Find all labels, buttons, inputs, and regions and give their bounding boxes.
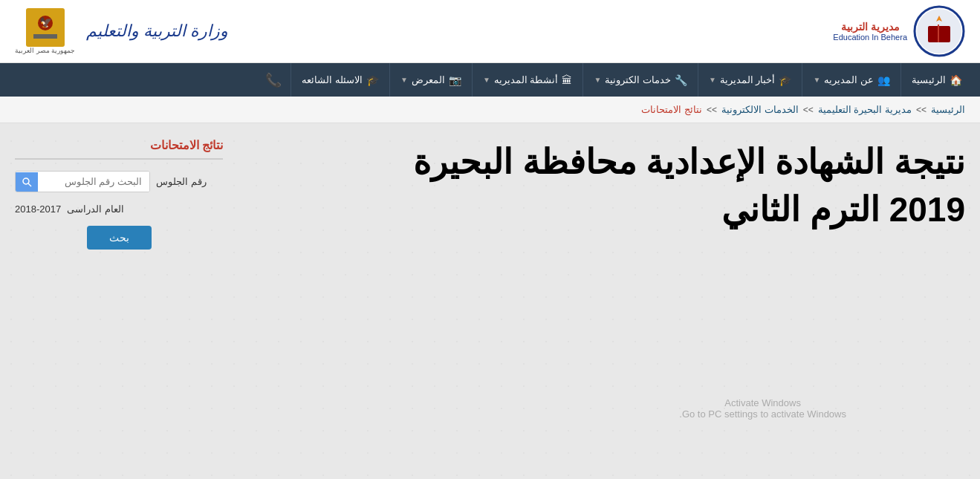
activities-icon: 🏛 xyxy=(562,74,572,86)
breadcrumb-sep-2: >> xyxy=(803,105,814,115)
seat-number-group: رقم الجلوس xyxy=(15,171,223,192)
seat-number-input[interactable] xyxy=(38,172,149,192)
breadcrumb-sep-3: >> xyxy=(707,105,717,115)
logo-english-name: Education In Behera xyxy=(833,33,907,42)
nav-phone[interactable]: 📞 xyxy=(256,63,291,97)
seat-number-input-wrapper xyxy=(15,171,150,192)
gallery-arrow: ▼ xyxy=(400,76,408,84)
logo-arabic-name: مديرية التربية xyxy=(833,21,907,33)
nav-home-label: الرئيسية xyxy=(912,74,946,85)
breadcrumb-directorate[interactable]: مديرية البحيرة التعليمية xyxy=(818,104,912,115)
nav-activities-label: أنشطة المديريه xyxy=(494,74,559,85)
nav-item-news[interactable]: 🎓 أخبار المديرية ▼ xyxy=(698,63,802,97)
breadcrumb-active: نتائج الامتحانات xyxy=(641,104,702,115)
nav-item-gallery[interactable]: 📷 المعرض ▼ xyxy=(389,63,472,97)
home-icon: 🏠 xyxy=(950,74,962,86)
activities-arrow: ▼ xyxy=(483,76,490,84)
sidebar: نتائج الامتحانات رقم الجلوس العام الدراس… xyxy=(15,138,223,450)
navigation: 🏠 الرئيسية 👥 عن المديريه ▼ 🎓 أخبار المدي… xyxy=(0,63,980,97)
logo-container xyxy=(913,5,965,57)
academic-year-value: 2018-2017 xyxy=(15,203,61,215)
svg-line-11 xyxy=(28,183,31,186)
nav-item-about[interactable]: 👥 عن المديريه ▼ xyxy=(802,63,901,97)
nav-item-home[interactable]: 🏠 الرئيسية xyxy=(901,63,973,97)
nav-item-services[interactable]: 🔧 خدمات الكترونية ▼ xyxy=(583,63,698,97)
sidebar-section-title: نتائج الامتحانات xyxy=(15,138,223,160)
svg-rect-3 xyxy=(938,25,939,42)
svg-rect-8 xyxy=(33,34,57,39)
faq-icon: 🎓 xyxy=(366,74,379,86)
seat-number-icon-button[interactable] xyxy=(16,172,38,192)
academic-year-label: العام الدراسى xyxy=(67,203,124,215)
breadcrumb-eservices[interactable]: الخدمات الالكترونية xyxy=(721,104,799,115)
news-icon: 🎓 xyxy=(779,74,791,86)
page-title-line1: نتيجة الشهادة الإعدادية محافظة البحيرة xyxy=(238,138,965,186)
search-icon xyxy=(22,177,32,187)
header-left: مديرية التربية Education In Behera xyxy=(833,5,965,57)
seat-number-label: رقم الجلوس xyxy=(156,176,207,187)
svg-point-10 xyxy=(23,178,29,184)
svg-text:🦅: 🦅 xyxy=(39,16,52,29)
gallery-icon: 📷 xyxy=(449,74,461,86)
nav-gallery-label: المعرض xyxy=(412,74,445,85)
academic-year-row: العام الدراسى 2018-2017 xyxy=(15,203,223,215)
about-arrow: ▼ xyxy=(813,76,820,84)
search-button[interactable]: بحث xyxy=(87,226,152,250)
nav-faq-label: الاسئله الشائعه xyxy=(302,74,363,85)
news-arrow: ▼ xyxy=(709,76,716,84)
breadcrumb-home[interactable]: الرئيسية xyxy=(931,104,965,115)
egypt-label: جمهورية مصر العربية xyxy=(15,47,75,54)
nav-item-activities[interactable]: 🏛 أنشطة المديريه ▼ xyxy=(472,63,583,97)
services-icon: 🔧 xyxy=(675,74,687,86)
page-title-line2: 2019 الترم الثاني xyxy=(238,186,965,233)
header: مديرية التربية Education In Behera وزارة… xyxy=(0,0,980,63)
nav-news-label: أخبار المديرية xyxy=(720,74,776,85)
logo-text: مديرية التربية Education In Behera xyxy=(833,21,907,42)
nav-item-faq[interactable]: 🎓 الاسئله الشائعه xyxy=(291,63,389,97)
content-left: نتيجة الشهادة الإعدادية محافظة البحيرة 2… xyxy=(238,138,965,450)
nav-about-label: عن المديريه xyxy=(824,74,874,85)
ministry-logo: وزارة التربية والتعليم xyxy=(86,22,228,41)
page-title: نتيجة الشهادة الإعدادية محافظة البحيرة 2… xyxy=(238,138,965,234)
about-icon: 👥 xyxy=(877,74,890,86)
breadcrumb: الرئيسية >> مديرية البحيرة التعليمية >> … xyxy=(0,97,980,123)
egypt-emblem-container: 🦅 جمهورية مصر العربية xyxy=(15,8,75,54)
ministry-text: وزارة التربية والتعليم xyxy=(86,22,228,41)
header-right: وزارة التربية والتعليم 🦅 جمهورية مصر الع… xyxy=(15,8,228,54)
main-content: نتيجة الشهادة الإعدادية محافظة البحيرة 2… xyxy=(0,123,980,465)
nav-services-label: خدمات الكترونية xyxy=(605,74,671,85)
services-arrow: ▼ xyxy=(594,76,601,84)
breadcrumb-sep-1: >> xyxy=(916,105,927,115)
